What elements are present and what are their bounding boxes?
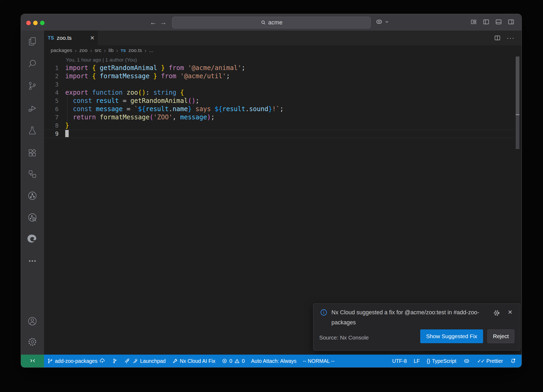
title-bar: ← → acme (21, 14, 522, 31)
breadcrumb-item[interactable]: zoo (79, 47, 87, 53)
macos-close-button[interactable] (26, 21, 31, 25)
source-control-icon[interactable] (27, 81, 38, 91)
forward-icon: → (160, 18, 167, 26)
back-icon: ← (150, 18, 157, 26)
toggle-secondary-sidebar-icon[interactable] (507, 18, 515, 25)
git-blame-annotation: You, 1 hour ago | 1 author (You) (66, 56, 137, 64)
line-number: 5 (44, 97, 59, 105)
notifications-status[interactable] (510, 358, 516, 364)
navigate-back-button[interactable]: ← (149, 18, 158, 27)
code-editor[interactable]: 1import { getRandomAnimal } from '@acme/… (44, 64, 515, 138)
code-line-9[interactable]: 9 (44, 130, 515, 138)
line-number: 9 (44, 130, 59, 138)
language-status[interactable]: {} TypeScript (427, 358, 456, 364)
nx-cloud-icon[interactable] (27, 212, 38, 223)
line-number: 6 (44, 105, 59, 113)
notification-close-icon[interactable]: × (508, 308, 512, 316)
code-line-3[interactable]: 3 (44, 80, 515, 89)
breadcrumb-item[interactable]: lib (108, 47, 113, 53)
problems-status[interactable]: 0 0 (222, 358, 245, 364)
extensions-icon[interactable] (27, 147, 38, 158)
launchpad-status[interactable]: Launchpad (124, 358, 166, 364)
eol-status[interactable]: LF (414, 358, 420, 364)
formatter-status[interactable]: ✓✓ Prettier (477, 358, 503, 364)
remote-indicator[interactable] (21, 355, 44, 367)
git-branch-status[interactable]: add-zoo-packages (47, 358, 106, 364)
desktop-background: ← → acme (0, 0, 543, 392)
code-line-4[interactable]: 4export function zoo(): string { (44, 89, 515, 97)
macos-minimize-button[interactable] (33, 21, 38, 25)
code-line-6[interactable]: 6 const message = `${result.name} says $… (44, 105, 515, 113)
warning-count: 0 (242, 358, 245, 364)
settings-gear-icon[interactable] (27, 337, 38, 347)
toggle-panel-icon[interactable] (495, 18, 502, 25)
toggle-primary-sidebar-icon[interactable] (483, 18, 490, 25)
split-editor-icon[interactable] (494, 34, 501, 41)
customize-layout-icon[interactable] (470, 18, 477, 25)
errors-icon (222, 358, 227, 364)
cloud-upload-icon (99, 358, 106, 364)
account-icon[interactable] (27, 316, 38, 326)
testing-icon[interactable] (27, 125, 38, 136)
nx-console-icon[interactable] (27, 190, 38, 201)
line-number: 2 (44, 72, 59, 80)
launchpad-label: Launchpad (140, 358, 166, 364)
copilot-status[interactable] (463, 358, 470, 364)
git-graph-status[interactable] (112, 358, 118, 364)
code-line-8[interactable]: 8} (44, 121, 515, 130)
nx-fix-label: Nx Cloud AI Fix (180, 358, 215, 364)
explorer-icon[interactable] (27, 36, 38, 47)
notification-settings-icon[interactable] (493, 310, 500, 316)
notification-source: Source: Nx Console (319, 334, 369, 341)
typescript-file-icon: TS (121, 48, 126, 53)
scrollbar-slider-lower[interactable] (516, 115, 519, 149)
tab-bar: TS zoo.ts × ··· (44, 31, 522, 45)
macos-zoom-button[interactable] (40, 21, 45, 25)
navigate-forward-button[interactable]: → (159, 18, 168, 27)
nx-cloud-ai-fix-status[interactable]: Nx Cloud AI Fix (172, 358, 215, 364)
copilot-menu-button[interactable] (375, 18, 389, 26)
encoding-status[interactable]: UTF-8 (392, 358, 407, 364)
copilot-icon (463, 358, 470, 364)
chevron-right-icon: › (116, 47, 118, 54)
scrollbar-slider[interactable] (516, 56, 519, 114)
chevron-right-icon: › (144, 47, 146, 54)
auto-attach-status[interactable]: Auto Attach: Always (251, 358, 296, 364)
command-center-search[interactable]: acme (172, 17, 371, 28)
line-number: 3 (44, 80, 59, 89)
tab-zoo-ts[interactable]: TS zoo.ts × (44, 31, 98, 45)
statusbar-right: UTF-8 LF {} TypeScript ✓✓ Prettier (392, 355, 516, 367)
more-actions-icon[interactable]: ··· (507, 37, 515, 39)
remote-icon (29, 358, 36, 364)
edge-browser-icon[interactable] (27, 233, 38, 244)
remote-explorer-icon[interactable] (27, 169, 38, 179)
breadcrumb-overflow[interactable]: ... (149, 47, 153, 53)
breadcrumb-item[interactable]: src (95, 47, 101, 53)
code-line-1[interactable]: 1import { getRandomAnimal } from '@acme/… (44, 64, 515, 72)
breadcrumb-item[interactable]: packages (51, 47, 72, 53)
warnings-icon (234, 358, 240, 364)
error-count: 0 (229, 358, 232, 364)
breadcrumb-file[interactable]: zoo.ts (129, 47, 142, 53)
double-check-icon: ✓✓ (477, 358, 484, 364)
more-views-icon[interactable] (27, 256, 38, 266)
braces-icon: {} (427, 358, 430, 364)
code-line-2[interactable]: 2import { formatMessage } from '@acme/ut… (44, 72, 515, 80)
search-view-icon[interactable] (27, 58, 38, 69)
vim-mode-status[interactable]: -- NORMAL -- (303, 358, 335, 364)
line-number: 8 (44, 121, 59, 130)
git-branch-icon (47, 358, 53, 364)
code-line-7[interactable]: 7 return formatMessage('ZOO', message); (44, 113, 515, 121)
info-icon (320, 308, 328, 316)
notification-message: Nx Cloud suggested a fix for @acme/zoo:t… (331, 307, 484, 328)
run-debug-icon[interactable] (27, 103, 38, 114)
typescript-file-icon: TS (48, 35, 54, 41)
code-line-5[interactable]: 5 const result = getRandomAnimal(); (44, 97, 515, 105)
reject-button[interactable]: Reject (487, 329, 514, 343)
editor-cursor (65, 130, 69, 137)
tab-close-icon[interactable]: × (90, 35, 94, 41)
line-number: 7 (44, 113, 59, 121)
show-suggested-fix-button[interactable]: Show Suggested Fix (420, 329, 483, 343)
tab-label: zoo.ts (57, 35, 72, 41)
git-graph-icon (112, 358, 118, 364)
